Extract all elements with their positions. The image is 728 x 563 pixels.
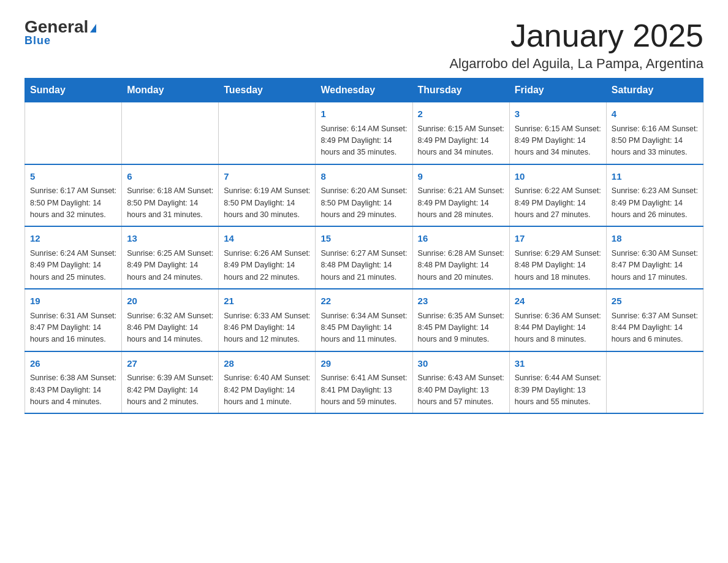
calendar-cell [25, 102, 122, 164]
calendar-cell: 22Sunrise: 6:34 AM Sunset: 8:45 PM Dayli… [316, 289, 412, 351]
day-info: Sunrise: 6:27 AM Sunset: 8:48 PM Dayligh… [320, 248, 407, 283]
column-header-friday: Friday [509, 79, 606, 102]
calendar-cell: 13Sunrise: 6:25 AM Sunset: 8:49 PM Dayli… [122, 226, 219, 289]
day-info: Sunrise: 6:37 AM Sunset: 8:44 PM Dayligh… [612, 310, 698, 346]
day-number: 3 [515, 107, 601, 121]
day-number: 24 [515, 294, 601, 308]
calendar-cell: 15Sunrise: 6:27 AM Sunset: 8:48 PM Dayli… [316, 226, 412, 289]
day-number: 8 [320, 170, 407, 184]
day-number: 29 [320, 357, 407, 371]
day-number: 28 [224, 357, 310, 371]
calendar-cell: 26Sunrise: 6:38 AM Sunset: 8:43 PM Dayli… [25, 351, 122, 414]
calendar-cell: 5Sunrise: 6:17 AM Sunset: 8:50 PM Daylig… [25, 164, 122, 227]
calendar-subtitle: Algarrobo del Aguila, La Pampa, Argentin… [449, 56, 703, 72]
day-info: Sunrise: 6:39 AM Sunset: 8:42 PM Dayligh… [127, 372, 213, 408]
day-number: 4 [612, 107, 698, 121]
day-info: Sunrise: 6:31 AM Sunset: 8:47 PM Dayligh… [30, 310, 116, 346]
day-number: 11 [612, 170, 698, 184]
day-info: Sunrise: 6:41 AM Sunset: 8:41 PM Dayligh… [320, 372, 407, 408]
day-number: 12 [30, 232, 116, 246]
calendar-cell: 6Sunrise: 6:18 AM Sunset: 8:50 PM Daylig… [122, 164, 219, 227]
calendar-cell: 29Sunrise: 6:41 AM Sunset: 8:41 PM Dayli… [316, 351, 412, 414]
calendar-week-row: 5Sunrise: 6:17 AM Sunset: 8:50 PM Daylig… [25, 164, 703, 227]
day-number: 9 [418, 170, 504, 184]
day-info: Sunrise: 6:25 AM Sunset: 8:49 PM Dayligh… [127, 248, 213, 283]
calendar-cell: 24Sunrise: 6:36 AM Sunset: 8:44 PM Dayli… [509, 289, 606, 351]
calendar-cell: 10Sunrise: 6:22 AM Sunset: 8:49 PM Dayli… [509, 164, 606, 227]
calendar-cell [219, 102, 316, 164]
calendar-table: SundayMondayTuesdayWednesdayThursdayFrid… [25, 78, 703, 414]
calendar-cell: 9Sunrise: 6:21 AM Sunset: 8:49 PM Daylig… [412, 164, 509, 227]
day-info: Sunrise: 6:16 AM Sunset: 8:50 PM Dayligh… [612, 123, 698, 159]
calendar-cell: 3Sunrise: 6:15 AM Sunset: 8:49 PM Daylig… [509, 102, 606, 164]
day-info: Sunrise: 6:28 AM Sunset: 8:48 PM Dayligh… [418, 248, 504, 283]
day-number: 10 [515, 170, 601, 184]
calendar-cell: 16Sunrise: 6:28 AM Sunset: 8:48 PM Dayli… [412, 226, 509, 289]
day-info: Sunrise: 6:22 AM Sunset: 8:49 PM Dayligh… [515, 185, 601, 221]
column-header-sunday: Sunday [25, 79, 122, 102]
calendar-week-row: 1Sunrise: 6:14 AM Sunset: 8:49 PM Daylig… [25, 102, 703, 164]
column-header-monday: Monday [122, 79, 219, 102]
calendar-cell: 17Sunrise: 6:29 AM Sunset: 8:48 PM Dayli… [509, 226, 606, 289]
day-number: 1 [320, 107, 407, 121]
day-number: 30 [418, 357, 504, 371]
calendar-cell: 7Sunrise: 6:19 AM Sunset: 8:50 PM Daylig… [219, 164, 316, 227]
day-info: Sunrise: 6:20 AM Sunset: 8:50 PM Dayligh… [320, 185, 407, 221]
logo: General Blue [25, 18, 96, 47]
day-number: 22 [320, 294, 407, 308]
calendar-header-row: SundayMondayTuesdayWednesdayThursdayFrid… [25, 79, 703, 102]
day-info: Sunrise: 6:15 AM Sunset: 8:49 PM Dayligh… [515, 123, 601, 159]
calendar-cell: 23Sunrise: 6:35 AM Sunset: 8:45 PM Dayli… [412, 289, 509, 351]
day-info: Sunrise: 6:43 AM Sunset: 8:40 PM Dayligh… [418, 372, 504, 408]
day-number: 19 [30, 294, 116, 308]
day-info: Sunrise: 6:24 AM Sunset: 8:49 PM Dayligh… [30, 248, 116, 283]
day-info: Sunrise: 6:34 AM Sunset: 8:45 PM Dayligh… [320, 310, 407, 346]
logo-blue-text: Blue [25, 34, 51, 47]
calendar-cell: 25Sunrise: 6:37 AM Sunset: 8:44 PM Dayli… [606, 289, 703, 351]
calendar-cell: 19Sunrise: 6:31 AM Sunset: 8:47 PM Dayli… [25, 289, 122, 351]
column-header-tuesday: Tuesday [219, 79, 316, 102]
logo-text: General [25, 18, 96, 36]
calendar-cell [122, 102, 219, 164]
day-info: Sunrise: 6:17 AM Sunset: 8:50 PM Dayligh… [30, 185, 116, 221]
day-number: 15 [320, 232, 407, 246]
day-info: Sunrise: 6:26 AM Sunset: 8:49 PM Dayligh… [224, 248, 310, 283]
column-header-thursday: Thursday [412, 79, 509, 102]
day-info: Sunrise: 6:19 AM Sunset: 8:50 PM Dayligh… [224, 185, 310, 221]
title-area: January 2025 Algarrobo del Aguila, La Pa… [449, 18, 703, 72]
calendar-cell: 27Sunrise: 6:39 AM Sunset: 8:42 PM Dayli… [122, 351, 219, 414]
day-number: 13 [127, 232, 213, 246]
day-info: Sunrise: 6:44 AM Sunset: 8:39 PM Dayligh… [515, 372, 601, 408]
calendar-cell: 11Sunrise: 6:23 AM Sunset: 8:49 PM Dayli… [606, 164, 703, 227]
calendar-cell [606, 351, 703, 414]
day-info: Sunrise: 6:30 AM Sunset: 8:47 PM Dayligh… [612, 248, 698, 283]
calendar-cell: 20Sunrise: 6:32 AM Sunset: 8:46 PM Dayli… [122, 289, 219, 351]
header: General Blue January 2025 Algarrobo del … [25, 18, 703, 72]
calendar-cell: 18Sunrise: 6:30 AM Sunset: 8:47 PM Dayli… [606, 226, 703, 289]
calendar-title: January 2025 [449, 18, 703, 53]
day-number: 18 [612, 232, 698, 246]
day-number: 14 [224, 232, 310, 246]
logo-triangle-icon [90, 24, 96, 33]
day-number: 23 [418, 294, 504, 308]
calendar-week-row: 26Sunrise: 6:38 AM Sunset: 8:43 PM Dayli… [25, 351, 703, 414]
column-header-saturday: Saturday [606, 79, 703, 102]
day-info: Sunrise: 6:33 AM Sunset: 8:46 PM Dayligh… [224, 310, 310, 346]
calendar-cell: 14Sunrise: 6:26 AM Sunset: 8:49 PM Dayli… [219, 226, 316, 289]
calendar-cell: 1Sunrise: 6:14 AM Sunset: 8:49 PM Daylig… [316, 102, 412, 164]
column-header-wednesday: Wednesday [316, 79, 412, 102]
day-number: 25 [612, 294, 698, 308]
day-number: 21 [224, 294, 310, 308]
calendar-cell: 12Sunrise: 6:24 AM Sunset: 8:49 PM Dayli… [25, 226, 122, 289]
calendar-week-row: 12Sunrise: 6:24 AM Sunset: 8:49 PM Dayli… [25, 226, 703, 289]
day-info: Sunrise: 6:21 AM Sunset: 8:49 PM Dayligh… [418, 185, 504, 221]
day-number: 7 [224, 170, 310, 184]
day-number: 17 [515, 232, 601, 246]
day-number: 27 [127, 357, 213, 371]
day-info: Sunrise: 6:35 AM Sunset: 8:45 PM Dayligh… [418, 310, 504, 346]
calendar-cell: 21Sunrise: 6:33 AM Sunset: 8:46 PM Dayli… [219, 289, 316, 351]
day-number: 20 [127, 294, 213, 308]
calendar-cell: 28Sunrise: 6:40 AM Sunset: 8:42 PM Dayli… [219, 351, 316, 414]
day-info: Sunrise: 6:23 AM Sunset: 8:49 PM Dayligh… [612, 185, 698, 221]
calendar-week-row: 19Sunrise: 6:31 AM Sunset: 8:47 PM Dayli… [25, 289, 703, 351]
